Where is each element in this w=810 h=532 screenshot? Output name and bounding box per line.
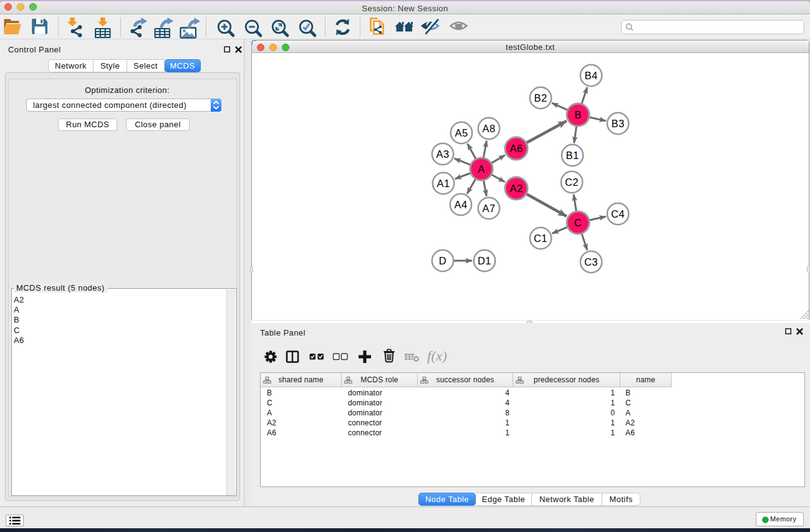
svg-text:B2: B2 [534,92,547,104]
svg-text:B: B [574,109,581,120]
svg-text:C2: C2 [565,177,579,188]
svg-text:A6: A6 [509,143,523,154]
svg-text:A4: A4 [454,199,467,210]
svg-text:C: C [574,217,582,228]
svg-text:B3: B3 [611,118,624,129]
svg-text:A8: A8 [482,123,495,134]
svg-text:D1: D1 [478,255,491,266]
svg-text:A2: A2 [509,183,523,194]
svg-text:A3: A3 [436,148,449,160]
svg-text:A7: A7 [482,203,495,214]
svg-text:B4: B4 [584,70,597,81]
svg-text:A: A [478,163,485,175]
svg-text:A5: A5 [455,127,468,138]
svg-text:A1: A1 [436,178,450,189]
svg-text:D: D [439,255,446,266]
svg-text:C4: C4 [611,208,625,220]
svg-text:B1: B1 [566,150,579,161]
svg-text:C3: C3 [584,256,598,268]
svg-text:C1: C1 [534,233,547,244]
